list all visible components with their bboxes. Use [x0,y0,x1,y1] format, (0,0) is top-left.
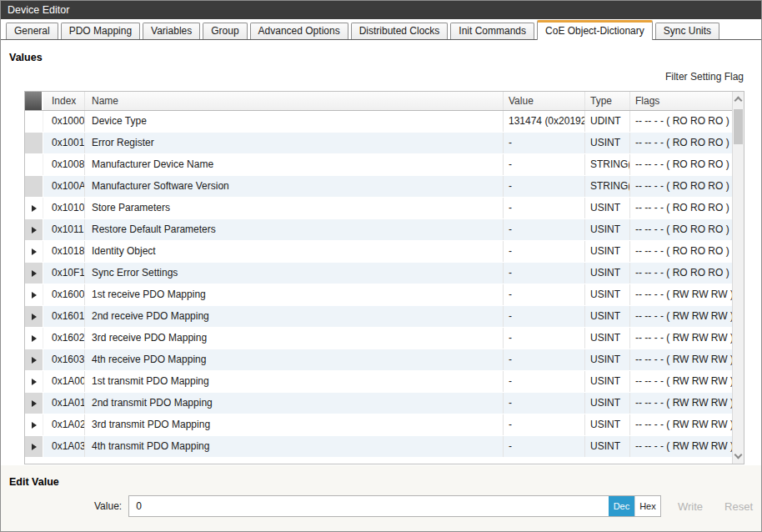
expand-arrow-icon[interactable] [32,270,37,277]
tab-variables[interactable]: Variables [143,23,200,39]
cell-index: 0x1018 [43,241,85,262]
table-row[interactable]: 0x1000Device Type131474 (0x20192)UDINT--… [25,111,744,133]
table-row[interactable]: 0x1001Error Register-USINT-- -- - - ( RO… [25,133,744,154]
value-input[interactable] [129,496,609,516]
table-row[interactable]: 0x100AManufacturer Software Version-STRI… [25,176,744,198]
expand-arrow-icon[interactable] [32,227,37,233]
expand-arrow-icon[interactable] [32,379,37,385]
header-name[interactable]: Name [85,92,504,110]
cell-flags: -- -- - - ( RW RW RW ) [630,306,734,327]
expand-arrow-icon[interactable] [32,400,37,407]
tab-distributed-clocks[interactable]: Distributed Clocks [351,23,449,39]
table-row[interactable]: 0x16012nd receive PDO Mapping-USINT-- --… [25,306,744,328]
row-expander-cell[interactable] [25,198,43,218]
cell-type: USINT [585,393,630,414]
window-title: Device Editor [8,4,69,16]
cell-flags: -- -- - - ( RO RO RO ) [630,241,734,262]
expand-arrow-icon[interactable] [32,422,37,429]
table-row[interactable]: 0x1A023rd transmit PDO Mapping-USINT-- -… [25,414,744,436]
dec-toggle-button[interactable]: Dec [609,496,634,516]
cell-value: - [504,371,585,392]
cell-name: 4th transmit PDO Mapping [85,436,504,457]
row-expander-cell[interactable] [25,284,43,305]
cell-name: Error Register [85,133,504,153]
row-expander-cell[interactable] [25,371,43,392]
cell-value: - [504,414,585,435]
table-row[interactable]: 0x1A034th transmit PDO Mapping-USINT-- -… [25,436,744,458]
scroll-up-icon[interactable] [734,97,743,105]
row-expander-cell[interactable] [25,241,43,262]
table-row[interactable]: 0x1A012nd transmit PDO Mapping-USINT-- -… [25,393,744,414]
row-expander-cell [25,154,43,175]
row-expander-cell[interactable] [25,328,43,349]
expand-arrow-icon[interactable] [32,357,37,364]
tab-init-commands[interactable]: Init Commands [450,23,534,39]
scrollbar-thumb[interactable] [734,109,743,144]
tab-coe-object-dictionary[interactable]: CoE Object-Dictionary [537,20,653,40]
cell-index: 0x1008 [43,154,85,175]
filter-setting-flag-button[interactable]: Filter Setting Flag [665,71,744,83]
header-value[interactable]: Value [504,92,585,110]
tab-advanced-options[interactable]: Advanced Options [250,23,348,39]
cell-index: 0x1601 [43,306,85,327]
table-row[interactable]: 0x16001st receive PDO Mapping-USINT-- --… [25,284,744,306]
cell-index: 0x1011 [43,219,85,240]
cell-name: Manufacturer Software Version [85,176,504,197]
row-expander-cell[interactable] [25,263,43,284]
table-row[interactable]: 0x1008Manufacturer Device Name-STRING(1)… [25,154,744,176]
cell-index: 0x10F1 [43,263,85,284]
table-row[interactable]: 0x1011Restore Default Parameters-USINT--… [25,219,744,241]
tab-sync-units[interactable]: Sync Units [655,23,719,39]
expand-arrow-icon[interactable] [32,248,37,255]
cell-value: - [504,133,585,153]
table-row[interactable]: 0x10F1Sync Error Settings-USINT-- -- - -… [25,263,744,284]
tab-pdo-mapping[interactable]: PDO Mapping [61,23,140,39]
write-button[interactable]: Write [678,500,703,513]
cell-value: 131474 (0x20192) [504,111,585,132]
header-flags[interactable]: Flags [630,92,734,110]
row-expander-cell[interactable] [25,436,43,457]
cell-name: 2nd transmit PDO Mapping [85,393,504,414]
expand-arrow-icon[interactable] [32,314,37,320]
cell-name: Restore Default Parameters [85,219,504,240]
tab-group[interactable]: Group [203,23,247,39]
cell-value: - [504,198,585,218]
hex-toggle-button[interactable]: Hex [634,496,660,516]
cell-type: STRING(1) [585,154,630,175]
header-index[interactable]: Index [43,92,85,110]
reset-button[interactable]: Reset [724,500,753,513]
row-expander-cell[interactable] [25,306,43,327]
value-field-label: Value: [94,500,122,512]
header-type[interactable]: Type [585,92,630,110]
cell-name: Store Parameters [85,198,504,218]
vertical-scrollbar[interactable] [732,92,744,464]
expand-arrow-icon[interactable] [32,292,37,299]
expand-arrow-icon[interactable] [32,444,37,450]
table-row[interactable]: 0x1010Store Parameters-USINT-- -- - - ( … [25,198,744,219]
cell-value: - [504,328,585,349]
tab-general[interactable]: General [6,23,58,39]
cell-value: - [504,154,585,175]
table-row[interactable]: 0x16023rd receive PDO Mapping-USINT-- --… [25,328,744,349]
scroll-down-icon[interactable] [734,451,743,459]
cell-type: USINT [585,349,630,370]
row-expander-cell[interactable] [25,393,43,414]
table-row[interactable]: 0x16034th receive PDO Mapping-USINT-- --… [25,349,744,371]
cell-flags: -- -- - - ( RW RW RW ) [630,371,734,392]
table-row[interactable]: 0x1018Identity Object-USINT-- -- - - ( R… [25,241,744,263]
row-expander-cell[interactable] [25,414,43,435]
cell-type: USINT [585,436,630,457]
cell-index: 0x1001 [43,133,85,153]
cell-flags: -- -- - - ( RO RO RO ) [630,176,734,197]
table-row[interactable]: 0x1A001st transmit PDO Mapping-USINT-- -… [25,371,744,393]
header-expander-cell [25,92,43,110]
expand-arrow-icon[interactable] [32,335,37,342]
row-expander-cell[interactable] [25,219,43,240]
cell-name: 4th receive PDO Mapping [85,349,504,370]
cell-flags: -- -- - - ( RO RO RO ) [630,154,734,175]
table-header-row: Index Name Value Type Flags [25,92,744,111]
object-dictionary-table: Index Name Value Type Flags 0x1000Device… [24,91,744,464]
row-expander-cell[interactable] [25,349,43,370]
expand-arrow-icon[interactable] [32,205,37,212]
cell-value: - [504,219,585,240]
